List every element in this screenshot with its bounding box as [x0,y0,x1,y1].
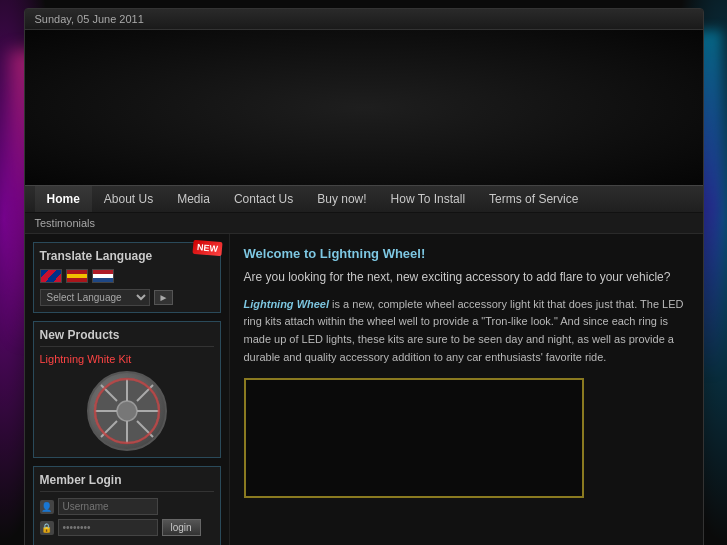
svg-point-1 [117,401,137,421]
welcome-title: Welcome to Lightning Wheel! [244,246,689,261]
date-label: Sunday, 05 June 2011 [35,13,144,25]
nav-install[interactable]: How To Install [379,186,477,212]
language-dropdown[interactable]: Select Language [40,289,150,306]
flag-uk[interactable] [40,269,62,283]
nav-home[interactable]: Home [35,186,92,212]
language-go-button[interactable]: ► [154,290,174,305]
main-body-text: Lightning Wheel is a new, complete wheel… [244,296,689,366]
flag-row [40,269,214,283]
login-button[interactable]: login [162,519,201,536]
wheel-svg [92,376,162,446]
translate-box: Translate Language NEW Select Language ► [33,242,221,313]
username-input[interactable] [58,498,158,515]
main-content: Welcome to Lightning Wheel! Are you look… [230,234,703,545]
banner-inner [25,30,703,185]
content-area: Translate Language NEW Select Language ►… [25,234,703,545]
lock-icon: 🔒 [40,521,54,535]
password-row: 🔒 login [40,519,214,536]
product-image [87,371,167,451]
date-bar: Sunday, 05 June 2011 [25,9,703,30]
nav-about[interactable]: About Us [92,186,165,212]
new-badge: NEW [192,240,222,256]
brand-name: Lightning Wheel [244,298,330,310]
nav-buy[interactable]: Buy now! [305,186,378,212]
main-container: Sunday, 05 June 2011 Home About Us Media… [24,8,704,545]
nav-media[interactable]: Media [165,186,222,212]
video-placeholder [244,378,584,498]
language-select-row: Select Language ► [40,289,214,306]
testimonials-bar[interactable]: Testimonials [25,213,703,234]
header-banner [25,30,703,185]
new-products-box: New Products Lightning White Kit [33,321,221,458]
product-link[interactable]: Lightning White Kit [40,353,214,365]
member-login-box: Member Login 👤 🔒 login [33,466,221,545]
nav-tos[interactable]: Terms of Service [477,186,590,212]
sidebar: Translate Language NEW Select Language ►… [25,234,230,545]
username-row: 👤 [40,498,214,515]
flag-nl[interactable] [92,269,114,283]
welcome-subtitle: Are you looking for the next, new exciti… [244,269,689,286]
flag-es[interactable] [66,269,88,283]
testimonials-label: Testimonials [35,217,96,229]
login-title: Member Login [40,473,214,492]
user-icon: 👤 [40,500,54,514]
nav-bar: Home About Us Media Contact Us Buy now! … [25,185,703,213]
new-products-title: New Products [40,328,214,347]
password-input[interactable] [58,519,158,536]
nav-contact[interactable]: Contact Us [222,186,305,212]
translate-title: Translate Language [40,249,214,263]
